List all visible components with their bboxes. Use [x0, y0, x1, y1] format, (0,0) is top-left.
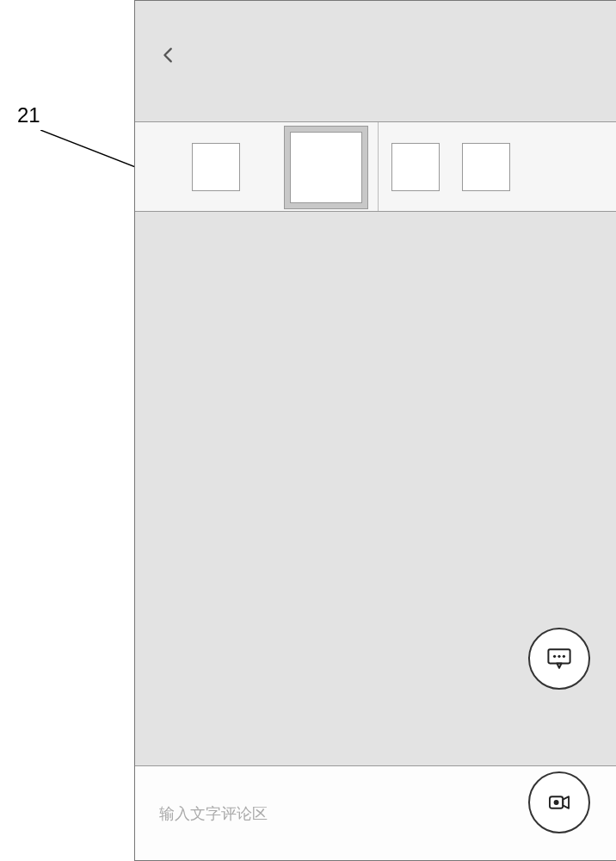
thumbnail-carousel[interactable] [135, 121, 616, 212]
svg-point-8 [554, 800, 559, 805]
chevron-left-icon [159, 46, 178, 65]
comment-bubble-icon [544, 643, 575, 674]
carousel-thumb-selected-inner [290, 132, 362, 203]
carousel-divider [378, 122, 379, 211]
comment-input[interactable]: 输入文字评论区 [159, 803, 486, 824]
svg-marker-2 [557, 663, 561, 667]
back-button[interactable] [159, 46, 185, 71]
comment-fab[interactable] [528, 628, 590, 690]
callout-label: 21 [17, 103, 40, 127]
svg-point-5 [563, 655, 565, 658]
svg-point-4 [557, 655, 560, 658]
carousel-thumb[interactable] [192, 143, 240, 191]
svg-marker-7 [563, 796, 569, 808]
video-fab[interactable] [528, 771, 590, 833]
carousel-thumb[interactable] [462, 143, 510, 191]
carousel-thumb-selected[interactable] [284, 126, 368, 209]
svg-point-3 [553, 655, 556, 658]
header-bar [135, 1, 616, 121]
carousel-thumb[interactable] [391, 143, 440, 191]
phone-frame: 输入文字评论区 [134, 0, 616, 861]
video-camera-icon [545, 788, 574, 817]
carousel-inner [135, 122, 616, 211]
